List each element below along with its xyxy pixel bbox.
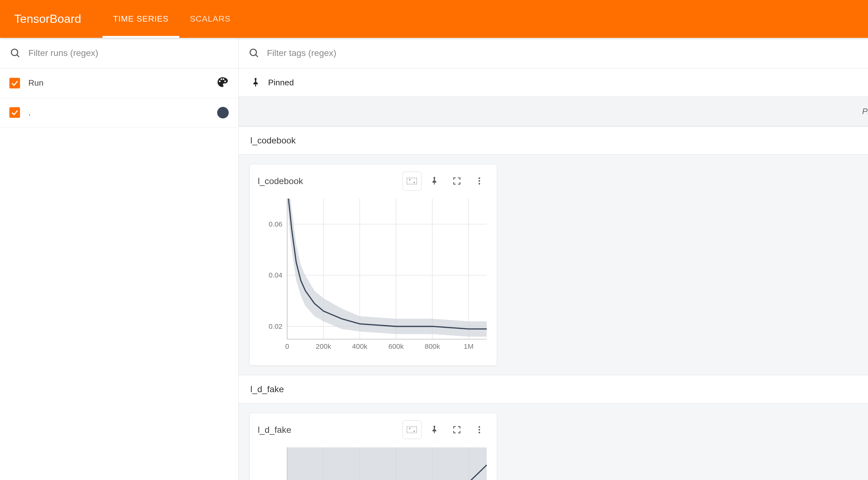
- svg-point-34: [478, 426, 480, 428]
- fit-domain-button[interactable]: [402, 172, 421, 190]
- tab-label: SCALARS: [190, 14, 230, 24]
- cards-area: l_d_fake: [239, 403, 868, 480]
- tab-time-series[interactable]: TIME SERIES: [102, 0, 179, 38]
- svg-text:1.02: 1.02: [269, 478, 282, 480]
- chart[interactable]: 0200k400k600k800k1M1.011.02: [250, 443, 497, 480]
- more-menu-button[interactable]: [470, 420, 488, 439]
- filter-runs-row: [0, 38, 239, 68]
- svg-line-1: [17, 55, 19, 57]
- tab-scalars[interactable]: SCALARS: [179, 0, 241, 38]
- pin-icon: [250, 77, 261, 88]
- more-menu-button[interactable]: [470, 172, 488, 190]
- palette-icon[interactable]: [216, 76, 229, 91]
- cards-area: l_codebook: [239, 155, 868, 375]
- card-title: l_d_fake: [258, 425, 399, 435]
- search-icon: [248, 47, 260, 59]
- svg-text:400k: 400k: [352, 342, 368, 350]
- svg-point-33: [414, 431, 415, 431]
- pinned-label: Pinned: [268, 78, 294, 88]
- pin-card-button[interactable]: [425, 172, 444, 190]
- svg-text:1M: 1M: [464, 342, 474, 350]
- svg-text:600k: 600k: [389, 342, 404, 350]
- svg-point-6: [414, 182, 415, 183]
- filter-tags-row: [239, 38, 868, 68]
- runs-sidebar: Run .: [0, 38, 239, 480]
- card-header: l_codebook: [250, 164, 497, 194]
- svg-point-2: [250, 49, 256, 55]
- filter-tags-input[interactable]: [267, 48, 868, 58]
- runs-column-label: Run: [28, 78, 208, 88]
- svg-text:0.04: 0.04: [269, 271, 282, 279]
- run-color-swatch[interactable]: [217, 107, 229, 119]
- chart[interactable]: 0200k400k600k800k1M0.020.040.06: [250, 194, 497, 365]
- svg-text:0.06: 0.06: [269, 220, 282, 228]
- header-tabs: TIME SERIES SCALARS: [102, 0, 241, 38]
- run-row[interactable]: .: [0, 98, 239, 128]
- filter-runs-input[interactable]: [28, 48, 229, 58]
- section-header[interactable]: l_d_fake: [239, 375, 868, 403]
- scalar-card: l_d_fake: [249, 413, 497, 480]
- section-title: l_codebook: [250, 135, 296, 146]
- svg-point-9: [478, 183, 480, 185]
- pin-card-button[interactable]: [425, 420, 444, 439]
- fit-domain-button[interactable]: [402, 420, 421, 439]
- app-header: TensorBoard TIME SERIES SCALARS: [0, 0, 868, 38]
- svg-point-5: [409, 179, 410, 180]
- runs-header: Run: [0, 68, 239, 98]
- pinned-section-header[interactable]: Pinned: [239, 68, 868, 97]
- run-checkbox[interactable]: [9, 107, 20, 118]
- section-title: l_d_fake: [250, 384, 284, 394]
- fullscreen-button[interactable]: [447, 420, 466, 439]
- card-title: l_codebook: [258, 176, 399, 186]
- svg-point-8: [478, 180, 480, 182]
- pinned-empty-message: Pin cards for a quick view and compariso…: [239, 97, 868, 126]
- svg-point-32: [409, 428, 410, 429]
- tab-label: TIME SERIES: [113, 14, 169, 24]
- svg-text:0.02: 0.02: [269, 322, 282, 330]
- svg-point-0: [11, 49, 18, 55]
- section-header[interactable]: l_codebook: [239, 126, 868, 155]
- main-panel: Pinned Pin cards for a quick view and co…: [239, 38, 868, 480]
- svg-text:800k: 800k: [425, 342, 440, 350]
- fullscreen-button[interactable]: [447, 172, 466, 190]
- svg-text:200k: 200k: [316, 342, 332, 350]
- svg-point-36: [478, 431, 480, 433]
- svg-point-35: [478, 429, 480, 431]
- search-icon: [9, 47, 21, 59]
- svg-text:0: 0: [285, 342, 289, 350]
- svg-line-3: [256, 55, 258, 57]
- card-header: l_d_fake: [250, 413, 497, 443]
- svg-rect-4: [407, 178, 417, 184]
- scalar-card: l_codebook: [249, 164, 497, 366]
- select-all-runs-checkbox[interactable]: [9, 78, 20, 88]
- brand: TensorBoard: [14, 12, 81, 26]
- svg-point-7: [478, 178, 480, 179]
- svg-rect-31: [407, 426, 417, 433]
- run-name: .: [28, 108, 209, 118]
